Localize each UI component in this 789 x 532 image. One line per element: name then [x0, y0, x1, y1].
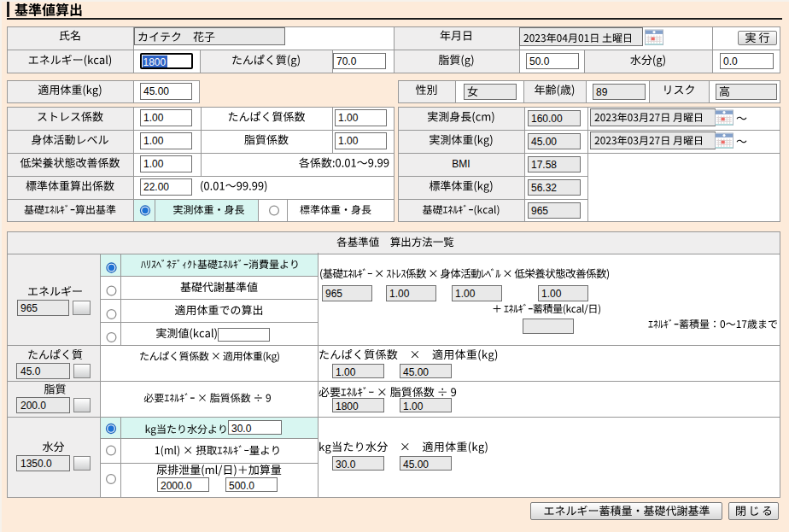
svg-text:30.0: 30.0	[231, 423, 252, 435]
svg-text:965: 965	[531, 205, 548, 217]
svg-text:1.00: 1.00	[143, 158, 164, 170]
svg-text:17.58: 17.58	[531, 159, 557, 171]
svg-text:45.00: 45.00	[531, 136, 557, 148]
svg-text:1350.0: 1350.0	[20, 458, 52, 470]
svg-text:1.00: 1.00	[455, 288, 476, 300]
svg-text:30.0: 30.0	[336, 459, 356, 471]
svg-text:1800: 1800	[336, 400, 359, 412]
svg-text:500.0: 500.0	[229, 480, 254, 492]
svg-text:BMI: BMI	[452, 158, 470, 170]
svg-text:1.00: 1.00	[389, 288, 410, 300]
svg-text:50.0: 50.0	[529, 56, 550, 67]
svg-text:89: 89	[596, 86, 608, 98]
svg-text:70.0: 70.0	[336, 56, 357, 67]
svg-text:45.0: 45.0	[20, 365, 41, 377]
svg-text:0.0: 0.0	[723, 56, 738, 67]
svg-text:56.32: 56.32	[531, 182, 557, 194]
svg-text:2000.0: 2000.0	[161, 480, 192, 492]
svg-text:1.00: 1.00	[403, 400, 424, 412]
svg-text:965: 965	[20, 302, 38, 314]
svg-text:45.00: 45.00	[403, 366, 429, 378]
svg-text:45.00: 45.00	[403, 459, 429, 471]
svg-text:1800: 1800	[143, 56, 167, 68]
svg-text:1.00: 1.00	[541, 288, 562, 300]
svg-text:22.00: 22.00	[143, 181, 169, 193]
svg-text:160.00: 160.00	[531, 113, 563, 125]
svg-text:200.0: 200.0	[20, 400, 46, 412]
svg-text:45.00: 45.00	[143, 85, 169, 97]
svg-text:965: 965	[325, 288, 342, 300]
svg-text:1.00: 1.00	[336, 366, 356, 378]
svg-text:1.00: 1.00	[143, 135, 164, 147]
svg-text:1.00: 1.00	[338, 135, 359, 147]
svg-text:1.00: 1.00	[338, 112, 359, 124]
svg-text:1.00: 1.00	[143, 112, 164, 124]
